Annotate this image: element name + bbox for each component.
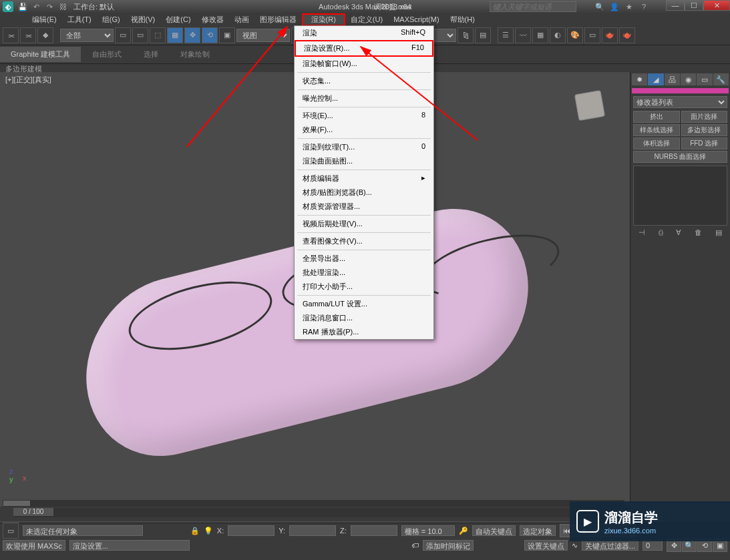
render-frame-icon[interactable]: ▭ [584,27,600,43]
minimize-button[interactable]: — [666,0,685,11]
isolate-icon[interactable]: 💡 [204,527,213,535]
menu-create[interactable]: 创建(C) [160,15,196,25]
mi-gamma[interactable]: Gamma/LUT 设置... [295,297,433,311]
btn-poly-sel[interactable]: 多边形选择 [681,124,728,136]
mi-mat-editor[interactable]: 材质编辑器▸ [295,172,433,186]
mi-ram-player[interactable]: RAM 播放器(P)... [295,325,433,339]
menu-help[interactable]: 帮助(H) [445,15,480,25]
remove-icon[interactable]: 🗑 [695,228,702,237]
mi-pano-export[interactable]: 全景导出器... [295,252,433,266]
undo-icon[interactable]: ↶ [31,1,41,12]
mi-render-window[interactable]: 渲染帧窗口(W)... [295,57,433,71]
pin-icon[interactable]: ⊣ [638,228,645,237]
ribbon-graphite[interactable]: Graphite 建模工具 [0,47,81,62]
btn-spline-sel[interactable]: 样条线选择 [633,124,680,136]
key-filter-icon[interactable]: ∿ [572,541,578,550]
help-icon[interactable]: ? [638,1,650,12]
tab-hierarchy[interactable]: 品 [665,73,680,85]
window-crossing-icon[interactable]: ▦ [167,27,183,43]
menu-edit[interactable]: 编辑(E) [27,15,62,25]
modifier-list[interactable]: 修改器列表 [633,96,727,108]
mi-video-post[interactable]: 视频后期处理(V)... [295,217,433,231]
save-icon[interactable]: 💾 [17,1,28,12]
align-icon[interactable]: ▤ [475,27,491,43]
mi-render[interactable]: 渲染Shift+Q [295,26,433,40]
ribbon-freeform[interactable]: 自由形式 [81,47,132,62]
menu-maxscript[interactable]: MAXScript(M) [388,15,444,23]
tab-utilities[interactable]: 🔧 [713,73,729,85]
maximize-button[interactable]: ☐ [685,0,703,11]
bind-icon[interactable]: ◆ [37,27,53,43]
mi-render-tex[interactable]: 渲染到纹理(T)...0 [295,140,433,154]
object-color[interactable] [632,88,729,93]
timeline[interactable]: 0 / 100 [0,507,630,521]
mi-effects[interactable]: 效果(F)... [295,123,433,137]
render-setup-icon[interactable]: 🎨 [567,27,583,43]
menu-modifiers[interactable]: 修改器 [196,15,229,25]
menu-graph[interactable]: 图形编辑器 [254,15,302,25]
mi-msg-window[interactable]: 渲染消息窗口... [295,311,433,325]
menu-customize[interactable]: 自定义(U) [345,15,388,25]
tab-display[interactable]: ▭ [697,73,712,85]
btn-ffd-sel[interactable]: FFD 选择 [681,137,728,150]
btn-vol-sel[interactable]: 体积选择 [633,137,680,150]
viewcube[interactable] [570,85,610,125]
signin-icon[interactable]: 👤 [608,1,620,12]
modifier-stack[interactable] [633,166,727,226]
tab-motion[interactable]: ◉ [681,73,696,85]
mi-mat-mgr[interactable]: 材质资源管理器... [295,200,433,214]
unlink-icon[interactable]: ⫘ [20,27,36,43]
key-icon[interactable]: 🔑 [459,527,468,535]
config-icon[interactable]: ▤ [715,228,722,237]
tab-create[interactable]: ✹ [632,73,647,85]
ref-coord[interactable]: 视图 [236,29,290,42]
mi-print-size[interactable]: 打印大小助手... [295,280,433,294]
redo-icon[interactable]: ↷ [44,1,55,12]
setkey-button[interactable]: 设置关键点 [524,540,568,551]
ribbon-objpaint[interactable]: 对象绘制 [170,47,220,62]
mi-batch-render[interactable]: 批处理渲染... [295,266,433,280]
coord-z[interactable] [351,525,397,536]
link-icon[interactable]: ⛓ [57,1,68,12]
rotate-icon[interactable]: ⟲ [202,27,218,43]
app-logo[interactable]: ⬖ [3,1,13,12]
viewport-label[interactable]: [+][正交][真实] [5,75,51,85]
search-icon[interactable]: 🔍 [594,1,606,12]
render-icon[interactable]: 🫖 [602,27,618,43]
modifier-select[interactable]: 修改器列表 [633,96,727,108]
tab-modify[interactable]: ◢ [648,73,663,85]
menu-render[interactable]: 渲染(R) [302,13,345,26]
mirror-icon[interactable]: ⧎ [458,27,474,43]
close-button[interactable]: ✕ [703,0,730,11]
render-prod-icon[interactable]: 🫖 [619,27,635,43]
coord-x[interactable] [228,525,275,536]
select-name-icon[interactable]: ▭ [132,27,148,43]
mi-environment[interactable]: 环境(E)...8 [295,109,433,123]
add-marker[interactable]: 添加时间标记 [423,540,474,551]
btn-face-sel[interactable]: 面片选择 [681,111,728,123]
menu-animation[interactable]: 动画 [229,15,254,25]
material-icon[interactable]: ◐ [550,27,566,43]
layers-icon[interactable]: ☰ [498,27,514,43]
select-rect-icon[interactable]: ⬚ [150,27,166,43]
mi-render-surf[interactable]: 渲染曲面贴图... [295,154,433,168]
select-icon[interactable]: ▭ [115,27,131,43]
favorite-icon[interactable]: ★ [623,1,635,12]
current-frame[interactable] [643,540,663,551]
mi-render-setup[interactable]: 渲染设置(R)...F10 [295,40,433,57]
btn-extrude[interactable]: 挤出 [633,111,680,123]
btn-nurbs[interactable]: NURBS 曲面选择 [633,151,727,163]
show-icon[interactable]: ⎙ [659,228,663,237]
selection-filter[interactable]: 全部 [60,29,114,42]
workspace-label[interactable]: 工作台: 默认 [73,2,114,12]
mi-exposure[interactable]: 曝光控制... [295,91,433,105]
viewport-scrollbar[interactable] [3,500,624,507]
menu-group[interactable]: 组(G) [97,15,126,25]
ribbon-select[interactable]: 选择 [133,47,169,62]
autokey-button[interactable]: 自动关键点 [472,525,516,536]
search-input[interactable] [490,1,576,12]
schematic-icon[interactable]: ▦ [532,27,548,43]
maxscript-icon[interactable]: ▭ [3,523,19,539]
selobj-button[interactable]: 选定对象 [520,525,556,536]
lock-icon[interactable]: 🔒 [190,527,200,535]
